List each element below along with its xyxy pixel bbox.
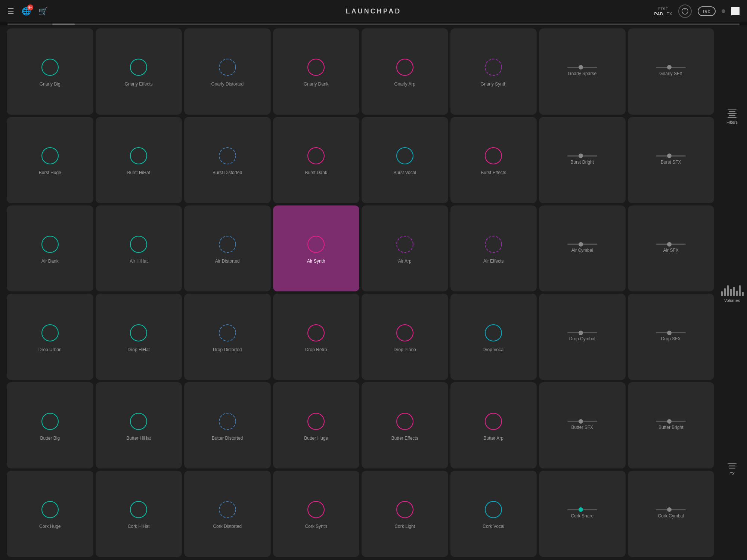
- pad-circle-burst-huge: [39, 145, 61, 167]
- scroll-track[interactable]: [0, 22, 747, 25]
- pad-burst-effects[interactable]: Burst Effects: [450, 117, 537, 203]
- pad-circle-cork-distorted: [216, 498, 239, 521]
- pad-gnarly-sfx[interactable]: Gnarly SFX: [628, 28, 715, 115]
- svg-point-30: [397, 413, 413, 430]
- slider-thumb-air-cymbal: [579, 242, 583, 247]
- pad-burst-bright[interactable]: Burst Bright: [539, 117, 626, 203]
- pad-cork-distorted[interactable]: Cork Distorted: [184, 471, 271, 557]
- slider-track-burst-bright: [567, 155, 597, 157]
- pad-gnarly-big[interactable]: Gnarly Big: [7, 28, 93, 115]
- svg-point-9: [130, 148, 147, 164]
- pad-gnarly-effects[interactable]: Gnarly Effects: [96, 28, 182, 115]
- pad-label-gnarly-big: Gnarly Big: [40, 81, 61, 87]
- pad-drop-piano[interactable]: Drop Piano: [362, 294, 448, 380]
- pad-label-gnarly-synth: Gnarly Synth: [481, 81, 506, 87]
- pad-circle-burst-dank: [305, 145, 327, 167]
- pad-button[interactable]: PAD: [654, 12, 663, 16]
- cart-button[interactable]: 🛒: [38, 7, 48, 16]
- svg-point-26: [42, 413, 58, 430]
- pad-air-dank[interactable]: Air Dank: [7, 205, 93, 292]
- svg-point-23: [308, 325, 324, 341]
- slider-track-cork-snare: [567, 509, 597, 510]
- pad-label-gnarly-sfx: Gnarly SFX: [659, 71, 682, 76]
- pad-gnarly-dank[interactable]: Gnarly Dank: [273, 28, 360, 115]
- pad-butter-big[interactable]: Butter Big: [7, 382, 93, 468]
- pad-drop-retro[interactable]: Drop Retro: [273, 294, 360, 380]
- volumes-sidebar-item[interactable]: Volumes: [721, 285, 744, 303]
- fx-icon: [728, 463, 737, 469]
- pad-air-effects[interactable]: Air Effects: [450, 205, 537, 292]
- pad-label-burst-dank: Burst Dank: [305, 170, 327, 175]
- slider-track-gnarly-sparse: [567, 67, 597, 68]
- pad-circle-butter-big: [39, 410, 61, 433]
- knob-control[interactable]: [678, 4, 692, 18]
- pad-drop-vocal[interactable]: Drop Vocal: [450, 294, 537, 380]
- svg-point-11: [308, 148, 324, 164]
- slider-butter-bright: [656, 421, 686, 422]
- pad-drop-distorted[interactable]: Drop Distorted: [184, 294, 271, 380]
- pad-air-arp[interactable]: Air Arp: [362, 205, 448, 292]
- pad-gnarly-synth[interactable]: Gnarly Synth: [450, 28, 537, 115]
- pad-air-distorted[interactable]: Air Distorted: [184, 205, 271, 292]
- fx-button[interactable]: FX: [666, 12, 672, 16]
- pad-cork-snare[interactable]: Cork Snare: [539, 471, 626, 557]
- pad-circle-drop-vocal: [482, 322, 505, 344]
- pad-butter-hihat[interactable]: Butter HiHat: [96, 382, 182, 468]
- pad-drop-cymbal[interactable]: Drop Cymbal: [539, 294, 626, 380]
- header-left: ☰ 🌐 9+ 🛒: [7, 7, 48, 16]
- pad-label-air-sfx: Air SFX: [663, 248, 679, 253]
- pad-burst-dank[interactable]: Burst Dank: [273, 117, 360, 203]
- pad-label-drop-piano: Drop Piano: [394, 347, 416, 352]
- pad-gnarly-sparse[interactable]: Gnarly Sparse: [539, 28, 626, 115]
- pad-butter-effects[interactable]: Butter Effects: [362, 382, 448, 468]
- pad-burst-huge[interactable]: Burst Huge: [7, 117, 93, 203]
- menu-button[interactable]: ☰: [7, 7, 14, 16]
- pad-gnarly-distorted[interactable]: Gnarly Distorted: [184, 28, 271, 115]
- pad-burst-distorted[interactable]: Burst Distorted: [184, 117, 271, 203]
- pad-circle-air-arp: [394, 233, 416, 256]
- pad-cork-light[interactable]: Cork Light: [362, 471, 448, 557]
- filters-sidebar-item[interactable]: Filters: [726, 109, 738, 124]
- pad-butter-arp[interactable]: Butter Arp: [450, 382, 537, 468]
- pad-label-butter-huge: Butter Huge: [304, 436, 328, 441]
- fx-sidebar-item[interactable]: FX: [728, 463, 737, 476]
- pad-air-sfx[interactable]: Air SFX: [628, 205, 715, 292]
- rec-button[interactable]: rec: [698, 6, 716, 16]
- square-button[interactable]: [731, 7, 740, 15]
- pad-air-hihat[interactable]: Air HiHat: [96, 205, 182, 292]
- pad-label-gnarly-sparse: Gnarly Sparse: [568, 71, 596, 76]
- pad-circle-gnarly-distorted: [216, 56, 239, 78]
- pad-drop-sfx[interactable]: Drop SFX: [628, 294, 715, 380]
- pad-label-drop-sfx: Drop SFX: [661, 336, 681, 341]
- pad-air-synth[interactable]: Air Synth: [273, 205, 360, 292]
- pad-cork-synth[interactable]: Cork Synth: [273, 471, 360, 557]
- pad-butter-sfx[interactable]: Butter SFX: [539, 382, 626, 468]
- pad-butter-bright[interactable]: Butter Bright: [628, 382, 715, 468]
- pad-cork-vocal[interactable]: Cork Vocal: [450, 471, 537, 557]
- slider-gnarly-sfx: [656, 67, 686, 68]
- pad-label-cork-distorted: Cork Distorted: [213, 524, 242, 529]
- pad-cork-hihat[interactable]: Cork HiHat: [96, 471, 182, 557]
- pad-circle-gnarly-big: [39, 56, 61, 78]
- pad-cork-huge[interactable]: Cork Huge: [7, 471, 93, 557]
- svg-point-2: [42, 59, 58, 75]
- pad-circle-gnarly-synth: [482, 56, 505, 78]
- pad-label-air-synth: Air Synth: [307, 259, 325, 264]
- pad-cork-cymbal[interactable]: Cork Cymbal: [628, 471, 715, 557]
- pad-circle-cork-huge: [39, 498, 61, 521]
- pad-air-cymbal[interactable]: Air Cymbal: [539, 205, 626, 292]
- pad-burst-vocal[interactable]: Burst Vocal: [362, 117, 448, 203]
- pad-burst-hihat[interactable]: Burst HiHat: [96, 117, 182, 203]
- pad-burst-sfx[interactable]: Burst SFX: [628, 117, 715, 203]
- pad-butter-huge[interactable]: Butter Huge: [273, 382, 360, 468]
- pad-drop-urban[interactable]: Drop Urban: [7, 294, 93, 380]
- pad-label-air-effects: Air Effects: [483, 259, 503, 264]
- pad-butter-distorted[interactable]: Butter Distorted: [184, 382, 271, 468]
- pad-drop-hihat[interactable]: Drop HiHat: [96, 294, 182, 380]
- globe-button[interactable]: 🌐 9+: [22, 7, 31, 16]
- slider-track-air-sfx: [656, 244, 686, 245]
- svg-point-12: [397, 148, 413, 164]
- svg-point-28: [219, 413, 236, 430]
- pad-gnarly-arp[interactable]: Gnarly Arp: [362, 28, 448, 115]
- pad-circle-burst-hihat: [127, 145, 150, 167]
